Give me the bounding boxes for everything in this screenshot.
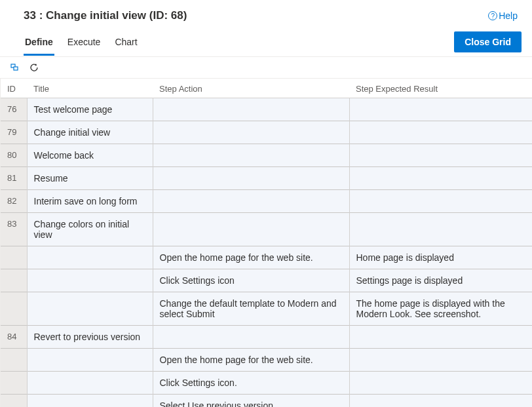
table-row[interactable]: 83Change colors on initial view xyxy=(1,213,532,246)
cell-title[interactable] xyxy=(27,395,153,408)
tab-define[interactable]: Define xyxy=(24,33,54,56)
cell-expected[interactable] xyxy=(349,121,532,144)
test-grid: ID Title Step Action Step Expected Resul… xyxy=(1,79,532,407)
cell-action[interactable]: Change the default template to Modern an… xyxy=(153,292,349,326)
cell-action[interactable] xyxy=(153,213,349,246)
cell-action[interactable] xyxy=(153,190,349,213)
cell-action[interactable]: Click Settings icon xyxy=(153,269,349,292)
cell-title[interactable]: Change colors on initial view xyxy=(27,213,153,246)
cell-id[interactable]: 81 xyxy=(1,167,27,190)
cell-id[interactable]: 82 xyxy=(1,190,27,213)
cell-expected[interactable]: The home page is displayed with the Mode… xyxy=(349,292,532,326)
cell-action[interactable] xyxy=(153,167,349,190)
table-row[interactable]: 84Revert to previous version xyxy=(1,326,532,349)
help-icon: ? xyxy=(488,11,497,20)
table-row[interactable]: Open the home page for the web site.Home… xyxy=(1,246,532,269)
cell-title[interactable]: Change initial view xyxy=(27,121,153,144)
help-label: Help xyxy=(499,10,518,21)
cell-title[interactable]: Interim save on long form xyxy=(27,190,153,213)
cell-action[interactable] xyxy=(153,98,349,121)
tab-chart[interactable]: Chart xyxy=(113,33,138,56)
cell-action[interactable]: Open the home page for the web site. xyxy=(153,349,349,372)
cell-id[interactable]: 76 xyxy=(1,98,27,121)
cell-title[interactable]: Test welcome page xyxy=(27,98,153,121)
page-title: 33 : Change initial view (ID: 68) xyxy=(24,9,516,22)
tab-execute[interactable]: Execute xyxy=(66,33,102,56)
cell-action[interactable]: Click Settings icon. xyxy=(153,372,349,395)
col-header-action[interactable]: Step Action xyxy=(153,79,349,98)
table-row[interactable]: Open the home page for the web site. xyxy=(1,349,532,372)
table-row[interactable]: 80Welcome back xyxy=(1,144,532,167)
cell-expected[interactable] xyxy=(349,213,532,246)
cell-id[interactable]: 79 xyxy=(1,121,27,144)
col-header-expected[interactable]: Step Expected Result xyxy=(349,79,532,98)
cell-id[interactable]: 83 xyxy=(1,213,27,246)
cell-expected[interactable] xyxy=(349,349,532,372)
cell-title[interactable] xyxy=(27,269,153,292)
cell-id[interactable] xyxy=(1,395,27,408)
cell-title[interactable] xyxy=(27,292,153,326)
cell-expected[interactable]: Settings page is displayed xyxy=(349,269,532,292)
help-link[interactable]: ? Help xyxy=(488,10,518,21)
cell-id[interactable]: 84 xyxy=(1,326,27,349)
cell-action[interactable] xyxy=(153,144,349,167)
cell-title[interactable]: Revert to previous version xyxy=(27,326,153,349)
cell-expected[interactable] xyxy=(349,144,532,167)
refresh-icon[interactable] xyxy=(29,62,39,73)
table-row[interactable]: Click Settings iconSettings page is disp… xyxy=(1,269,532,292)
cell-id[interactable]: 80 xyxy=(1,144,27,167)
cell-id[interactable] xyxy=(1,292,27,326)
table-row[interactable]: 81Resume xyxy=(1,167,532,190)
cell-expected[interactable] xyxy=(349,395,532,408)
tabs: Define Execute Chart xyxy=(24,33,139,55)
col-header-title[interactable]: Title xyxy=(27,79,153,98)
close-grid-button[interactable]: Close Grid xyxy=(454,31,522,52)
cell-action[interactable]: Select Use previous version xyxy=(153,395,349,408)
cell-id[interactable] xyxy=(1,246,27,269)
svg-rect-1 xyxy=(14,67,18,70)
cell-id[interactable] xyxy=(1,372,27,395)
cell-expected[interactable] xyxy=(349,326,532,349)
table-row[interactable]: Click Settings icon. xyxy=(1,372,532,395)
table-row[interactable]: Select Use previous version xyxy=(1,395,532,408)
col-header-id[interactable]: ID xyxy=(1,79,27,98)
cell-expected[interactable]: Home page is displayed xyxy=(349,246,532,269)
table-row[interactable]: Change the default template to Modern an… xyxy=(1,292,532,326)
table-row[interactable]: 76Test welcome page xyxy=(1,98,532,121)
cell-action[interactable]: Open the home page for the web site. xyxy=(153,246,349,269)
collapse-icon[interactable] xyxy=(10,62,21,73)
cell-action[interactable] xyxy=(153,121,349,144)
table-row[interactable]: 82Interim save on long form xyxy=(1,190,532,213)
cell-expected[interactable] xyxy=(349,167,532,190)
cell-expected[interactable] xyxy=(349,372,532,395)
cell-id[interactable] xyxy=(1,269,27,292)
table-row[interactable]: 79Change initial view xyxy=(1,121,532,144)
cell-title[interactable] xyxy=(27,246,153,269)
cell-title[interactable] xyxy=(27,372,153,395)
cell-expected[interactable] xyxy=(349,190,532,213)
cell-title[interactable]: Resume xyxy=(27,167,153,190)
cell-title[interactable]: Welcome back xyxy=(27,144,153,167)
cell-expected[interactable] xyxy=(349,98,532,121)
cell-action[interactable] xyxy=(153,326,349,349)
cell-id[interactable] xyxy=(1,349,27,372)
cell-title[interactable] xyxy=(27,349,153,372)
